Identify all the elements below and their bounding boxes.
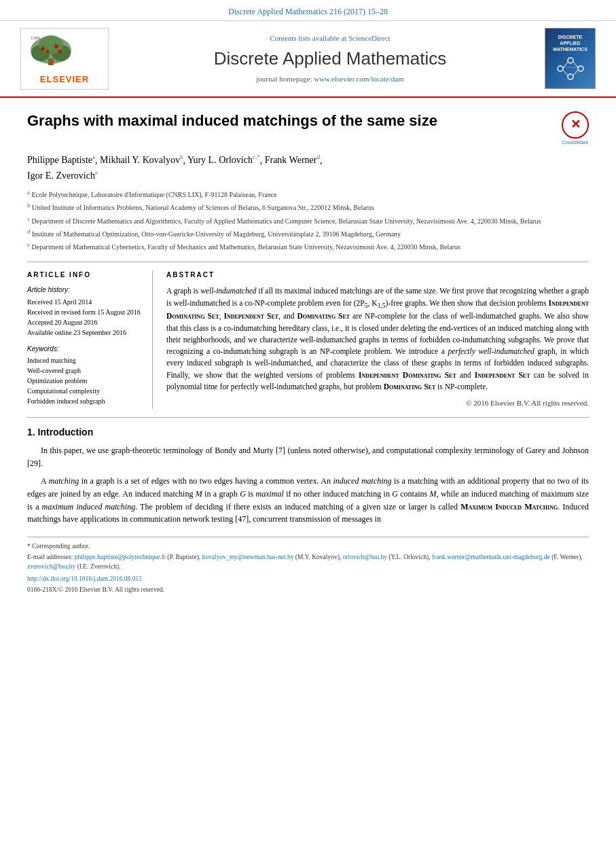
intro-para-1: In this paper, we use graph-theoretic te… [27, 444, 589, 469]
email-kovalyov[interactable]: kovalyov_my@newman.bas-net.by [202, 554, 294, 560]
doi-line[interactable]: http://dx.doi.org/10.1016/j.dam.2016.08.… [27, 574, 589, 584]
article-title-section: Graphs with maximal induced matchings of… [27, 111, 589, 146]
crossmark-icon[interactable]: ✕ [562, 111, 589, 139]
abstract-column: Abstract A graph is well-indumatched if … [166, 270, 589, 408]
author-2: Mikhail Y. Kovalyovb [100, 155, 183, 165]
email-baptiste[interactable]: philippe.baptiste@polytechnique.fr [75, 554, 166, 560]
author-1: Philippe Baptistea [27, 155, 95, 165]
affil-c: c Department of Discrete Mathematics and… [27, 215, 589, 226]
elsevier-brand: ELSEVIER [24, 73, 105, 86]
article-info-heading: Article Info [27, 270, 143, 280]
email-orlovich-author: (Y.L. Orlovich), [388, 554, 430, 560]
svg-rect-4 [48, 58, 54, 65]
svg-point-6 [54, 44, 58, 48]
history-online: Available online 23 September 2016 [27, 328, 143, 338]
journal-cover-image: DISCRETE APPLIED MATHEMATICS [545, 28, 596, 89]
crossmark-label: CrossMark [562, 139, 589, 146]
homepage-link[interactable]: www.elsevier.com/locate/dam [314, 75, 403, 83]
svg-point-13 [568, 74, 573, 79]
abstract-text: A graph is well-indumatched if all its m… [166, 285, 589, 393]
introduction-section: 1. Introduction In this paper, we use gr… [27, 426, 589, 526]
elsevier-logo-area: 1580 ELSEVIER [20, 28, 115, 89]
sciencedirect-link[interactable]: ScienceDirect [348, 34, 391, 42]
svg-point-7 [46, 50, 50, 54]
email-werner[interactable]: frank.werner@mathematik.uni-magdeburg.de [432, 554, 550, 560]
history-revised: Received in revised form 15 August 2016 [27, 308, 143, 317]
issn-line: 0166-218X/© 2016 Elsevier B.V. All right… [27, 585, 589, 594]
keywords-label: Keywords: [27, 344, 143, 354]
email-zverovich-author: (I.E. Zverovich). [77, 563, 121, 570]
doi-link[interactable]: http://dx.doi.org/10.1016/j.dam.2016.08.… [27, 575, 142, 582]
journal-title-area: Contents lists available at ScienceDirec… [115, 33, 545, 84]
section-divider [27, 417, 589, 418]
keyword-5: Forbidden induced subgraph [27, 397, 143, 406]
author-5: Igor E. Zveroviche [27, 171, 98, 181]
two-column-section: Article Info Article history: Received 1… [27, 262, 589, 408]
crossmark[interactable]: ✕ CrossMark [562, 111, 589, 146]
authors-line: Philippe Baptistea, Mikhail Y. Kovalyovb… [27, 153, 589, 184]
footnote-area: * Corresponding author. E-mail addresses… [27, 537, 589, 594]
affil-e: e Department of Mathematical Cybernetics… [27, 240, 589, 252]
elsevier-logo-box: 1580 ELSEVIER [20, 28, 109, 89]
article-info-column: Article Info Article history: Received 1… [27, 270, 153, 408]
footnote-emails: E-mail addresses: philippe.baptiste@poly… [27, 552, 589, 572]
svg-point-5 [41, 47, 45, 51]
email-kovalyov-author: (M.Y. Kovalyov), [295, 554, 341, 560]
email-zverovich[interactable]: zverovich@bsu.by [27, 563, 75, 570]
main-content: Graphs with maximal induced matchings of… [0, 98, 616, 608]
affil-a: a Ecole Polytechnique, Laboratoire d'Inf… [27, 188, 589, 200]
keyword-4: Computational complexity [27, 387, 143, 396]
svg-text:1580: 1580 [31, 35, 41, 41]
journal-cover-text: DISCRETE APPLIED MATHEMATICS [550, 31, 590, 86]
intro-heading: 1. Introduction [27, 426, 589, 440]
footnote-corresponding: * Corresponding author. [27, 541, 589, 551]
journal-name: Discrete Applied Mathematics [115, 46, 545, 71]
svg-point-10 [558, 66, 563, 71]
svg-line-16 [573, 70, 578, 75]
svg-line-17 [563, 70, 568, 75]
history-received: Received 15 April 2014 [27, 298, 143, 307]
homepage-line: journal homepage: www.elsevier.com/locat… [115, 74, 545, 84]
svg-point-11 [568, 58, 573, 63]
email-werner-author: (F. Werner), [551, 554, 583, 560]
article-title: Graphs with maximal induced matchings of… [27, 111, 548, 131]
svg-point-12 [578, 66, 583, 71]
history-accepted: Accepted 20 August 2016 [27, 318, 143, 327]
affiliations: a Ecole Polytechnique, Laboratoire d'Inf… [27, 188, 589, 253]
cover-graph-icon [554, 55, 587, 82]
email-label: E-mail addresses: [27, 554, 73, 560]
svg-line-14 [563, 62, 568, 69]
sciencedirect-line: Contents lists available at ScienceDirec… [115, 33, 545, 43]
affil-b: b United Institute of Informatics Proble… [27, 201, 589, 213]
email-baptiste-author: (P. Baptiste), [167, 554, 200, 560]
affil-d: d Institute of Mathematical Optimization… [27, 228, 589, 239]
intro-text: In this paper, we use graph-theoretic te… [27, 444, 589, 526]
keyword-2: Well-covered graph [27, 366, 143, 376]
svg-point-8 [58, 50, 62, 54]
journal-header: 1580 ELSEVIER Contents lists available a… [0, 21, 616, 97]
author-4: Frank Wernerd [265, 155, 320, 165]
copyright-line: © 2016 Elsevier B.V. All rights reserved… [166, 398, 589, 408]
elsevier-tree-icon: 1580 [24, 31, 78, 69]
page-wrapper: Discrete Applied Mathematics 216 (2017) … [0, 0, 616, 608]
intro-para-2: A matching in a graph is a set of edges … [27, 475, 589, 525]
keyword-3: Optimization problem [27, 376, 143, 386]
abstract-heading: Abstract [166, 270, 589, 280]
keyword-1: Induced matching [27, 356, 143, 365]
history-label: Article history: [27, 285, 143, 295]
top-header: Discrete Applied Mathematics 216 (2017) … [0, 0, 616, 21]
svg-line-15 [573, 62, 578, 67]
email-orlovich[interactable]: orlovich@bsu.by [343, 554, 387, 560]
author-3: Yury L. Orlovichc,* [187, 155, 260, 165]
journal-ref-link[interactable]: Discrete Applied Mathematics 216 (2017) … [228, 7, 388, 16]
